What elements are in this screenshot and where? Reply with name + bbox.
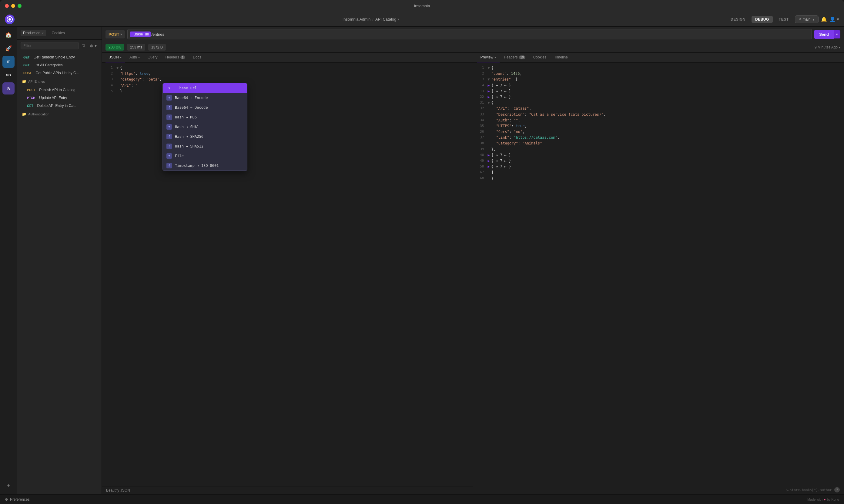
method-patch-badge: PTCH	[25, 96, 37, 100]
response-link[interactable]: "https://cataas.com"	[514, 136, 557, 140]
tab-preview[interactable]: Preview ▾	[477, 53, 500, 62]
filter-input[interactable]	[21, 42, 79, 49]
tab-debug[interactable]: DEBUG	[752, 16, 773, 23]
ac-type-x-icon: x	[167, 85, 172, 91]
breadcrumb-workspace[interactable]: Insomnia Admin	[343, 17, 371, 21]
send-dropdown-button[interactable]: ▾	[834, 30, 840, 38]
folder-api-entries[interactable]: 📁 API Entries	[17, 77, 102, 86]
time-ago-badge[interactable]: 9 Minutes Ago ▾	[814, 45, 840, 49]
beautify-button[interactable]: Beautify JSON	[106, 488, 130, 492]
autocomplete-item-base64-encode[interactable]: f Base64 → Encode	[163, 93, 247, 103]
autocomplete-item-file[interactable]: f File	[163, 151, 247, 161]
tab-design[interactable]: DESIGN	[727, 16, 749, 23]
add-request-button[interactable]: ⊕ ▾	[88, 43, 98, 49]
app-logo[interactable]	[5, 15, 15, 24]
code-line: 2 "https": true,	[102, 71, 473, 77]
code-line: 37 "Link": "https://cataas.com",	[473, 135, 844, 141]
jsonpath-hint: $.store.books[*].author	[786, 488, 832, 492]
tab-docs[interactable]: Docs	[189, 53, 205, 62]
code-line: 36 "Cors": "no",	[473, 129, 844, 135]
method-post-badge: POST	[22, 71, 33, 75]
method-post-badge: POST	[25, 88, 37, 92]
folder-label: Authentication	[28, 112, 49, 116]
ac-type-f-icon: f	[167, 124, 172, 130]
time-badge: 253 ms	[127, 44, 145, 51]
method-get-badge: GET	[22, 55, 31, 59]
list-item[interactable]: POST Publish API to Catalog	[17, 86, 102, 94]
autocomplete-item-hash-sha256[interactable]: f Hash → SHA256	[163, 132, 247, 141]
time-ago-chevron: ▾	[839, 46, 840, 49]
code-line: 38 "Category": "Animals"	[473, 141, 844, 146]
sidebar-item-home[interactable]: 🏠	[2, 29, 15, 41]
tab-headers[interactable]: Headers 1	[161, 53, 189, 62]
sidebar-item-gd[interactable]: GD	[2, 69, 15, 81]
ac-type-f-icon: f	[167, 114, 172, 120]
breadcrumb-collection[interactable]: API Catalog ▾	[375, 17, 399, 21]
list-item[interactable]: GET List All Categories	[17, 61, 102, 69]
tab-response-headers[interactable]: Headers 10	[500, 53, 529, 62]
minimize-button[interactable]	[11, 4, 15, 8]
tab-timeline[interactable]: Timeline	[551, 53, 571, 62]
tab-auth[interactable]: Auth ▾	[126, 53, 143, 62]
split-panels: JSON ▾ Auth ▾ Query Headers 1	[102, 53, 844, 494]
code-line: 3 ▼ "entries": [	[473, 77, 844, 83]
code-line: 33 "Description": "Cat as a service (cat…	[473, 112, 844, 118]
autocomplete-item-hash-sha512[interactable]: f Hash → SHA512	[163, 141, 247, 151]
list-item[interactable]: GET Get Random Single Entry	[17, 53, 102, 61]
code-line: 58 ▶ { ↔ 7 ↦ }	[473, 164, 844, 169]
request-label: Get Random Single Entry	[34, 55, 75, 59]
list-item[interactable]: GET Delete API Entry in Cat...	[17, 102, 102, 110]
code-line: 31 ▼ {	[473, 100, 844, 106]
cookies-button[interactable]: Cookies	[49, 30, 68, 36]
folder-icon: 📁	[22, 112, 27, 116]
autocomplete-item-base-url[interactable]: x _.base_url	[163, 83, 247, 93]
add-workspace-button[interactable]: +	[2, 480, 15, 492]
autocomplete-item-hash-sha1[interactable]: f Hash → SHA1	[163, 122, 247, 132]
notification-button[interactable]: 🔔	[821, 16, 827, 22]
breadcrumb-separator: /	[372, 17, 374, 21]
request-body-editor[interactable]: 1 ▼ { 2 "https": true, 3	[102, 63, 473, 486]
code-line: 22 ▶ { ↔ 7 ↦ },	[473, 94, 844, 100]
environment-selector[interactable]: Production ▾	[21, 30, 46, 36]
nav-tabs: DESIGN DEBUG TEST ⑂ main ⑂ 🔔 👤 ▾	[727, 15, 839, 23]
request-label: Update API Entry	[39, 96, 67, 100]
sidebar-item-it[interactable]: IT	[2, 56, 15, 68]
close-button[interactable]	[5, 4, 9, 8]
ac-type-f-icon: f	[167, 95, 172, 101]
sidebar-item-ia[interactable]: IA	[2, 83, 15, 94]
sidebar-item-rocket[interactable]: 🚀	[2, 42, 15, 55]
list-item[interactable]: PTCH Update API Entry	[17, 94, 102, 102]
tab-test[interactable]: TEST	[775, 16, 792, 23]
account-button[interactable]: 👤 ▾	[829, 16, 839, 22]
autocomplete-item-timestamp[interactable]: f Timestamp → ISO-8601	[163, 161, 247, 170]
autocomplete-item-hash-md5[interactable]: f Hash → MD5	[163, 112, 247, 122]
maximize-button[interactable]	[18, 4, 21, 8]
size-badge: 1372 B	[148, 44, 166, 51]
folder-authentication[interactable]: 📁 Authentication	[17, 110, 102, 119]
ac-type-f-icon: f	[167, 134, 172, 139]
send-button[interactable]: Send	[814, 30, 834, 39]
sidebar-header: Production ▾ Cookies	[17, 26, 102, 40]
url-tag[interactable]: _.base_url	[130, 32, 151, 37]
sort-button[interactable]: ⇅	[81, 43, 87, 49]
title-bar: Insomnia	[0, 0, 844, 12]
sidebar-list: GET Get Random Single Entry GET List All…	[17, 52, 102, 494]
branch-fork-icon: ⑂	[812, 17, 814, 21]
list-item[interactable]: POST Get Public APIs List by C...	[17, 69, 102, 77]
environment-label: Production	[23, 31, 40, 35]
url-input-container[interactable]: _.base_url /entries	[127, 29, 812, 39]
code-line: 34 "Auth": "",	[473, 118, 844, 123]
preferences-button[interactable]: ⚙ Preferences	[5, 497, 30, 502]
tab-json[interactable]: JSON ▾	[105, 53, 125, 62]
method-selector[interactable]: POST ▾	[105, 30, 125, 38]
tab-cookies[interactable]: Cookies	[530, 53, 550, 62]
left-bottom-bar: Beautify JSON	[102, 486, 473, 494]
method-get-badge: GET	[25, 104, 35, 108]
autocomplete-item-base64-decode[interactable]: f Base64 → Decode	[163, 103, 247, 112]
request-label: List All Categories	[34, 63, 63, 67]
ac-type-f-icon: f	[167, 105, 172, 110]
tab-query[interactable]: Query	[144, 53, 161, 62]
header-bar: Insomnia Admin / API Catalog ▾ DESIGN DE…	[0, 12, 844, 26]
branch-button[interactable]: ⑂ main ⑂	[795, 15, 819, 23]
help-button[interactable]: ?	[834, 487, 840, 492]
